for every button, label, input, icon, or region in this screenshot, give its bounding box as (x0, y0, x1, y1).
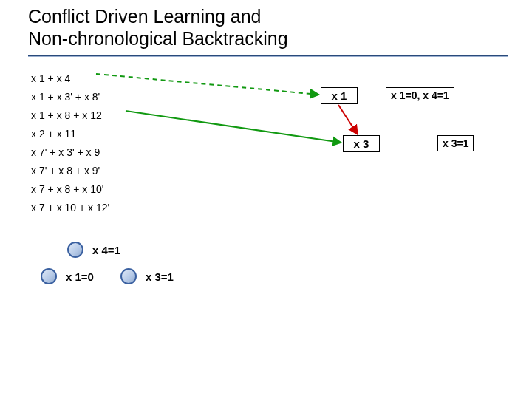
title-underline (28, 55, 508, 57)
node-x3-label: x 3 (354, 137, 369, 150)
clause-item: x 2 + x 11 (31, 125, 109, 143)
clause-item: x 7' + x 8 + x 9' (31, 162, 109, 180)
clause-item: x 7 + x 10 + x 12' (31, 199, 109, 217)
svg-line-1 (126, 111, 341, 143)
clause-item: x 1 + x 3' + x 8' (31, 88, 109, 106)
node-x3: x 3 (343, 135, 380, 152)
clause-item: x 7' + x 3' + x 9 (31, 143, 109, 162)
assignment-x1-text: x 1=0, x 4=1 (391, 89, 449, 101)
legend-label-x3: x 3=1 (146, 270, 174, 283)
node-x1-label: x 1 (332, 89, 347, 102)
clause-item: x 1 + x 4 (31, 69, 109, 88)
legend-label-x1: x 1=0 (66, 270, 94, 283)
assignment-x1: x 1=0, x 4=1 (386, 87, 454, 103)
assignment-x3-text: x 3=1 (443, 137, 468, 149)
svg-line-0 (96, 74, 319, 95)
assignment-x3: x 3=1 (437, 135, 474, 151)
svg-line-2 (338, 105, 358, 134)
legend: x 4=1 x 1=0 x 3=1 (41, 236, 174, 290)
node-x1: x 1 (321, 87, 358, 104)
clause-item: x 1 + x 8 + x 12 (31, 106, 109, 125)
clause-list: x 1 + x 4 x 1 + x 3' + x 8' x 1 + x 8 + … (31, 69, 109, 217)
clause-item: x 7 + x 8 + x 10' (31, 180, 109, 199)
legend-dot-icon (67, 242, 83, 258)
legend-dot-icon (41, 268, 57, 284)
legend-label-x4: x 4=1 (92, 244, 120, 256)
legend-dot-icon (120, 268, 137, 284)
title-line-2: Non-chronological Backtracking (28, 28, 288, 49)
title-line-1: Conflict Driven Learning and (28, 6, 261, 27)
slide-title: Conflict Driven Learning and Non-chronol… (28, 6, 288, 50)
